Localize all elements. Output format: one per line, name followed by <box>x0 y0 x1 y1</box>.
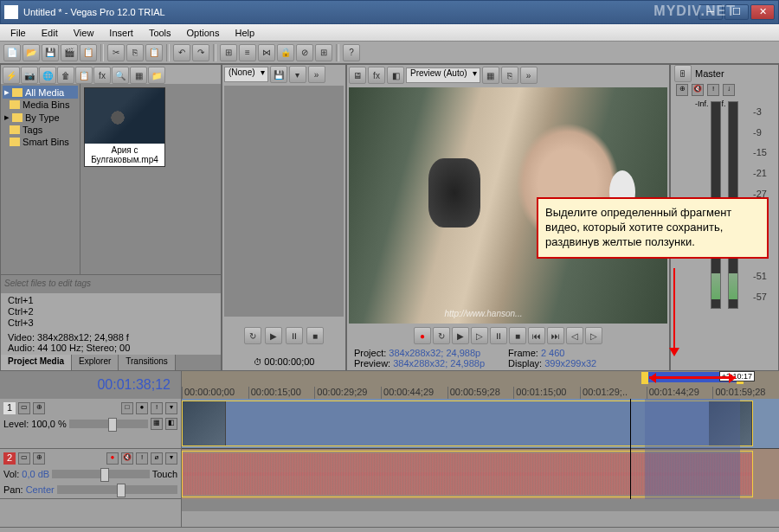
menu-edit[interactable]: Edit <box>35 26 65 40</box>
timeline-timecode[interactable]: 00:01:38;12 <box>0 371 181 399</box>
pv-loop-icon[interactable]: ↻ <box>433 327 450 344</box>
props-icon[interactable]: 📋 <box>75 67 93 84</box>
views-icon[interactable]: ▦ <box>130 67 147 84</box>
pan-slider[interactable] <box>57 485 177 494</box>
pv-more-icon[interactable]: » <box>520 67 538 84</box>
menu-view[interactable]: View <box>67 26 101 40</box>
pv-prevframe-icon[interactable]: ◁ <box>566 327 583 344</box>
master-solo-icon[interactable]: ! <box>707 84 719 96</box>
pv-record-icon[interactable]: ● <box>414 327 431 344</box>
search-icon[interactable]: 🔍 <box>112 67 129 84</box>
pv-playstart-icon[interactable]: ▶ <box>452 327 469 344</box>
atrack-solo-icon[interactable]: ! <box>136 452 148 465</box>
atrack-arm-icon[interactable]: ● <box>106 452 119 465</box>
trim-loop-icon[interactable]: ↻ <box>244 327 261 344</box>
tree-smart-bins[interactable]: Smart Bins <box>3 136 78 148</box>
track-more-icon[interactable]: ▾ <box>165 402 177 414</box>
save-icon[interactable]: 💾 <box>42 44 59 61</box>
pv-device-icon[interactable]: 🖥 <box>349 67 366 84</box>
atrack-mute-icon[interactable]: 🔇 <box>121 452 133 465</box>
ripple-icon[interactable]: ≡ <box>239 44 256 61</box>
tab-transitions[interactable]: Transitions <box>119 355 176 370</box>
trimmer-display[interactable] <box>224 86 344 317</box>
lock-icon[interactable]: 🔒 <box>277 44 294 61</box>
trim-pause-icon[interactable]: ⏸ <box>286 327 303 344</box>
pv-gostart-icon[interactable]: ⏮ <box>528 327 545 344</box>
capture-icon[interactable]: 📷 <box>21 67 38 84</box>
trim-stop-icon[interactable]: ■ <box>306 327 324 344</box>
trimmer-save-icon[interactable]: 💾 <box>270 66 287 83</box>
trimmer-fx-icon[interactable]: ▾ <box>289 66 306 83</box>
track-fx-icon[interactable]: ⊕ <box>33 402 45 414</box>
master-dim-icon[interactable]: ↓ <box>723 84 735 96</box>
menu-options[interactable]: Options <box>180 26 227 40</box>
copy-icon[interactable]: ⎘ <box>126 44 144 61</box>
redo-icon[interactable]: ↷ <box>192 44 209 61</box>
level-slider[interactable] <box>69 420 148 428</box>
parent-icon[interactable]: ◧ <box>165 418 177 430</box>
render-icon[interactable]: 🎬 <box>61 44 78 61</box>
remove-icon[interactable]: 🗑 <box>57 67 74 84</box>
pv-quality-dropdown[interactable]: Preview (Auto) <box>406 67 480 83</box>
pv-nextframe-icon[interactable]: ▷ <box>585 327 602 344</box>
pv-pause-icon[interactable]: ⏸ <box>490 327 507 344</box>
import-icon[interactable]: ⚡ <box>3 67 20 84</box>
menu-insert[interactable]: Insert <box>102 26 140 40</box>
ignore-icon[interactable]: ⊘ <box>296 44 313 61</box>
fx-icon[interactable]: fx <box>93 67 111 84</box>
media-thumbnail[interactable]: Ария с Булгаковым.mp4 <box>84 87 165 167</box>
video-track-header[interactable]: 1 ▭ ⊕ □ ● ! ▾ Level: 100,0 % ▦ ◧ <box>0 399 181 449</box>
timeline-ruler[interactable]: +2:10:17 00:00:00;00 00:00:15;00 00:00:2… <box>182 371 779 399</box>
timeline-tracks-area[interactable]: +2:10:17 00:00:00;00 00:00:15;00 00:00:2… <box>182 371 779 527</box>
pv-split-icon[interactable]: ◧ <box>387 67 404 84</box>
track-mute-icon[interactable]: ● <box>136 402 148 414</box>
pv-overlay-icon[interactable]: ▦ <box>482 67 499 84</box>
pv-play-icon[interactable]: ▷ <box>471 327 488 344</box>
paste-icon[interactable]: 📋 <box>145 44 163 61</box>
atrack-more-icon[interactable]: ▾ <box>165 452 177 465</box>
atrack-min-icon[interactable]: ▭ <box>18 452 30 465</box>
tree-tags[interactable]: Tags <box>3 124 78 136</box>
trim-play-icon[interactable]: ▶ <box>265 327 282 344</box>
menu-help[interactable]: Help <box>228 26 261 40</box>
track-motion-icon[interactable]: □ <box>121 402 133 414</box>
help-icon[interactable]: ? <box>343 44 360 61</box>
cut-icon[interactable]: ✂ <box>107 44 125 61</box>
pv-goend-icon[interactable]: ⏭ <box>547 327 564 344</box>
master-mixer-icon[interactable]: 🎚 <box>674 65 692 82</box>
vol-slider[interactable] <box>52 470 149 478</box>
bin-icon[interactable]: 📁 <box>148 67 165 84</box>
master-mute-icon[interactable]: 🔇 <box>692 84 704 96</box>
playhead[interactable] <box>630 399 631 499</box>
pv-copy-icon[interactable]: ⎘ <box>501 67 518 84</box>
compositing-icon[interactable]: ▦ <box>151 418 163 430</box>
new-icon[interactable]: 📄 <box>3 44 21 61</box>
undo-icon[interactable]: ↶ <box>173 44 190 61</box>
atrack-fx-icon[interactable]: ⊕ <box>33 452 45 465</box>
snap-icon[interactable]: ⊞ <box>220 44 237 61</box>
tree-media-bins[interactable]: Media Bins <box>3 99 78 111</box>
pm-tags-field[interactable]: Select files to edit tags <box>1 274 221 293</box>
close-button[interactable]: ✕ <box>750 4 775 20</box>
track-minimize-icon[interactable]: ▭ <box>18 402 30 414</box>
tab-explorer[interactable]: Explorer <box>72 355 119 370</box>
tree-all-media[interactable]: ▸All Media <box>3 86 78 99</box>
menu-tools[interactable]: Tools <box>142 26 178 40</box>
trimmer-media-dropdown[interactable]: (None) <box>224 67 268 82</box>
timeline-hscrollbar[interactable] <box>182 499 779 511</box>
master-fx-icon[interactable]: ⊕ <box>676 84 688 96</box>
pv-stop-icon[interactable]: ■ <box>509 327 526 344</box>
tree-by-type[interactable]: ▸By Type <box>3 111 78 124</box>
pv-fx-icon[interactable]: fx <box>368 67 385 84</box>
normalize-icon[interactable]: ⊞ <box>315 44 332 61</box>
open-icon[interactable]: 📂 <box>23 44 40 61</box>
tab-project-media[interactable]: Project Media <box>1 355 72 370</box>
trimmer-more-icon[interactable]: » <box>308 66 325 83</box>
autocrossfade-icon[interactable]: ⋈ <box>258 44 275 61</box>
track-solo-icon[interactable]: ! <box>151 402 163 414</box>
properties-icon[interactable]: 📋 <box>80 44 97 61</box>
audio-track-header[interactable]: 2 ▭ ⊕ ● 🔇 ! ø ▾ Vol: 0,0 dB Touch Pan: C… <box>0 449 181 499</box>
get-media-icon[interactable]: 🌐 <box>39 67 56 84</box>
menu-file[interactable]: File <box>3 26 33 40</box>
atrack-phase-icon[interactable]: ø <box>151 452 163 465</box>
